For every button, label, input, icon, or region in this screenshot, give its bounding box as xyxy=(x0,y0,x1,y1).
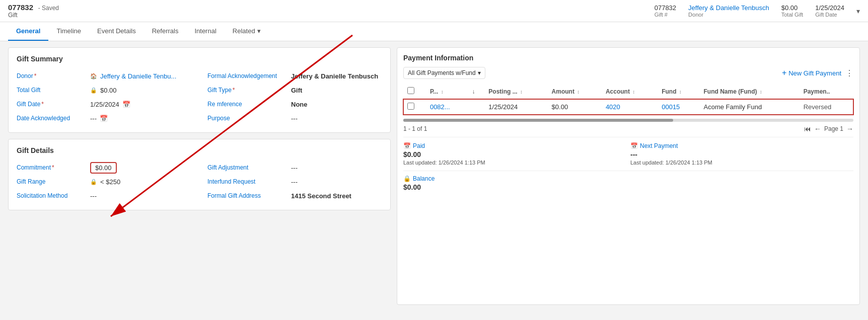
header-gift-date: 1/25/2024 Gift Date xyxy=(815,4,844,18)
tab-internal[interactable]: Internal xyxy=(186,22,224,41)
main-content: Gift Summary Donor* 🏠 Jeffery & Danielle… xyxy=(0,41,868,311)
pagination-first[interactable]: ⏮ xyxy=(804,125,811,133)
scroll-thumb xyxy=(403,119,673,122)
filter-chevron: ▾ xyxy=(478,69,481,76)
payment-title: Payment Information xyxy=(403,54,473,62)
gift-details-right: Gift Adjustment --- Interfund Request --… xyxy=(199,161,382,203)
reference-row: Re mference None xyxy=(207,97,382,111)
total-gift-label: Total Gift xyxy=(17,87,87,94)
header-total-gift-value: $0.00 xyxy=(781,4,798,12)
donor-required: * xyxy=(34,72,37,79)
row-select-checkbox[interactable] xyxy=(407,103,414,110)
formal-ack-label: Formal Acknowledgement xyxy=(207,72,288,79)
pagination-range: 1 - 1 of 1 xyxy=(403,125,427,132)
tab-related-label: Related xyxy=(233,27,255,35)
row-checkbox[interactable] xyxy=(403,99,426,115)
next-payment-updated: Last updated: 1/26/2024 1:13 PM xyxy=(630,159,853,166)
payment-filter-dropdown[interactable]: All Gift Payments w/Fund ▾ xyxy=(403,67,485,79)
gift-summary-card: Gift Summary Donor* 🏠 Jeffery & Danielle… xyxy=(8,47,391,133)
tab-timeline[interactable]: Timeline xyxy=(48,22,89,41)
gift-date-required: * xyxy=(41,101,44,108)
payment-table: P... ↕ ↓ Posting ... ↕ Amount ↕ Account … xyxy=(403,84,853,115)
gift-summary-right: Formal Acknowledgement Jeffery & Daniell… xyxy=(199,69,382,125)
paid-calendar-icon: 📅 xyxy=(403,142,411,149)
gift-range-lock: 🔒 xyxy=(90,179,97,185)
gift-type-value: Gift xyxy=(291,87,302,94)
paid-label: 📅 Paid xyxy=(403,142,626,149)
col-header-fund: Fund ↕ xyxy=(658,84,699,99)
balance-lock-icon: 🔒 xyxy=(403,175,411,182)
donor-label: Donor* xyxy=(17,72,87,79)
date-acknowledged-calendar[interactable]: 📅 xyxy=(100,115,108,122)
gift-date-calendar[interactable]: 📅 xyxy=(122,101,130,108)
header-gift-num-value: 077832 xyxy=(655,4,676,12)
sort-icon-account: ↕ xyxy=(632,89,635,95)
new-gift-payment-button[interactable]: + New Gift Payment xyxy=(782,68,841,77)
col-header-posting: Posting ... ↕ xyxy=(484,84,547,99)
header-gift-date-value: 1/25/2024 xyxy=(815,4,844,12)
select-all-checkbox[interactable] xyxy=(407,87,414,94)
header-chevron[interactable]: ▾ xyxy=(856,7,860,15)
tab-referrals[interactable]: Referrals xyxy=(144,22,187,41)
next-payment-section: 📅 Next Payment --- Last updated: 1/26/20… xyxy=(630,142,853,166)
col-header-p: P... ↕ xyxy=(426,84,468,99)
date-acknowledged-row: Date Acknowledged --- 📅 xyxy=(17,111,199,125)
account-link[interactable]: 4020 xyxy=(606,103,620,111)
header-total-gift-label: Total Gift xyxy=(781,12,803,18)
gift-details-title: Gift Details xyxy=(17,146,382,154)
header-donor: Jeffery & Danielle Tenbusch Donor xyxy=(688,4,769,18)
balance-section: 🔒 Balance $0.00 xyxy=(403,171,853,191)
purpose-row: Purpose --- xyxy=(207,111,382,125)
tab-event-details[interactable]: Event Details xyxy=(89,22,144,41)
nav-tabs: General Timeline Event Details Referrals… xyxy=(0,22,868,41)
payment-info-panel: Payment Information All Gift Payments w/… xyxy=(397,47,860,305)
gift-details-left: Commitment* $0.00 Gift Range 🔒 < $250 So… xyxy=(17,161,199,203)
sort-icon-p: ↕ xyxy=(441,89,444,95)
row-col-posting: 1/25/2024 xyxy=(484,99,547,115)
col-header-account: Account ↕ xyxy=(602,84,658,99)
total-gift-row: Total Gift 🔒 $0.00 xyxy=(17,83,199,97)
balance-value: $0.00 xyxy=(403,183,853,191)
balance-label: 🔒 Balance xyxy=(403,175,853,182)
pagination-prev[interactable]: ← xyxy=(814,125,821,133)
donor-value[interactable]: Jeffery & Danielle Tenbu... xyxy=(100,72,176,80)
sort-icon-posting: ↕ xyxy=(520,89,523,95)
horizontal-scrollbar[interactable] xyxy=(403,119,853,122)
payment-id-link[interactable]: 0082... xyxy=(430,103,450,111)
gift-adjustment-label: Gift Adjustment xyxy=(207,164,288,171)
header-total-gift: $0.00 Total Gift xyxy=(781,4,803,18)
sort-icon-fund-name: ↕ xyxy=(760,89,762,95)
purpose-label: Purpose xyxy=(207,115,288,122)
col-header-payment: Paymen.. xyxy=(800,84,853,99)
commitment-label: Commitment* xyxy=(17,164,87,171)
table-row[interactable]: 0082... 1/25/2024 $0.00 4020 00015 Acome… xyxy=(403,99,853,115)
gift-range-row: Gift Range 🔒 < $250 xyxy=(17,175,199,189)
new-gift-plus-icon: + xyxy=(782,68,786,77)
col-header-amount: Amount ↕ xyxy=(548,84,602,99)
record-info: 077832 - Saved Gift xyxy=(8,3,59,19)
pagination-nav: ⏮ ← Page 1 → xyxy=(804,125,853,133)
header-donor-label: Donor xyxy=(688,12,703,18)
commitment-required: * xyxy=(52,164,54,171)
tab-related[interactable]: Related ▾ xyxy=(225,22,269,41)
interfund-row: Interfund Request --- xyxy=(207,175,382,189)
gift-summary-title: Gift Summary xyxy=(17,55,382,63)
tab-general[interactable]: General xyxy=(8,22,48,41)
date-acknowledged-value: --- xyxy=(90,115,97,122)
interfund-value: --- xyxy=(291,178,298,186)
lock-icon: 🔒 xyxy=(90,87,97,94)
fund-link[interactable]: 00015 xyxy=(662,103,680,111)
donor-icon: 🏠 xyxy=(90,73,97,79)
tab-related-chevron: ▾ xyxy=(257,27,261,35)
formal-gift-address-row: Formal Gift Address 1415 Second Street xyxy=(207,189,382,203)
pagination: 1 - 1 of 1 ⏮ ← Page 1 → xyxy=(403,125,853,133)
commitment-value-box[interactable]: $0.00 xyxy=(90,162,117,174)
gift-type-row: Gift Type* Gift xyxy=(207,83,382,97)
gift-date-value: 1/25/2024 xyxy=(90,101,119,108)
more-options-button[interactable]: ⋮ xyxy=(845,68,853,78)
header-donor-value[interactable]: Jeffery & Danielle Tenbusch xyxy=(688,4,769,12)
header-gift-date-label: Gift Date xyxy=(815,12,837,18)
gift-date-row: Gift Date* 1/25/2024 📅 xyxy=(17,97,199,111)
pagination-next[interactable]: → xyxy=(846,125,853,133)
row-col-fund: 00015 xyxy=(658,99,699,115)
